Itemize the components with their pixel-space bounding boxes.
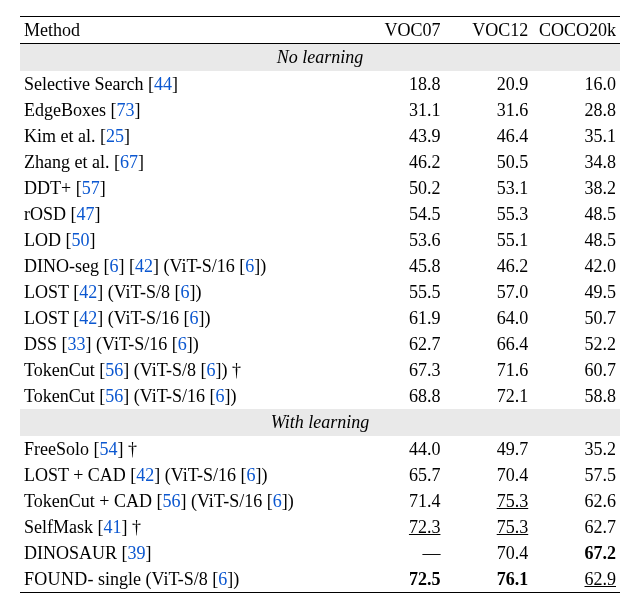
table-row: Selective Search [44]18.820.916.0 [20, 71, 620, 97]
value-cell: 54.5 [357, 201, 445, 227]
value-cell: 50.7 [532, 305, 620, 331]
table-row: Kim et al. [25]43.946.435.1 [20, 123, 620, 149]
citation-link[interactable]: 56 [105, 360, 123, 380]
citation-link[interactable]: 6 [245, 256, 254, 276]
method-cell: LOST [42] (ViT-S/8 [6]) [20, 279, 357, 305]
table-row: LOD [50]53.655.148.5 [20, 227, 620, 253]
col-voc07: VOC07 [357, 17, 445, 44]
value-cell: 70.4 [444, 540, 532, 566]
citation-link[interactable]: 44 [154, 74, 172, 94]
method-cell: DINO-seg [6] [42] (ViT-S/16 [6]) [20, 253, 357, 279]
method-cell: Zhang et al. [67] [20, 149, 357, 175]
table-row: LOST + CAD [42] (ViT-S/16 [6])65.770.457… [20, 462, 620, 488]
value-cell: 57.0 [444, 279, 532, 305]
method-cell: DSS [33] (ViT-S/16 [6]) [20, 331, 357, 357]
section-header: No learning [20, 44, 620, 72]
method-cell: DINOSAUR [39] [20, 540, 357, 566]
table-row: DINOSAUR [39]—70.467.2 [20, 540, 620, 566]
value-cell: 35.1 [532, 123, 620, 149]
citation-link[interactable]: 56 [162, 491, 180, 511]
value-cell: 67.3 [357, 357, 445, 383]
method-cell: LOST + CAD [42] (ViT-S/16 [6]) [20, 462, 357, 488]
citation-link[interactable]: 42 [79, 308, 97, 328]
value-cell: 49.5 [532, 279, 620, 305]
value-cell: 46.2 [357, 149, 445, 175]
section-title: With learning [20, 409, 620, 436]
value-cell: 61.9 [357, 305, 445, 331]
citation-link[interactable]: 56 [105, 386, 123, 406]
value-cell: 58.8 [532, 383, 620, 409]
value-cell: — [357, 540, 445, 566]
value-cell: 35.2 [532, 436, 620, 462]
value-cell: 55.1 [444, 227, 532, 253]
value-cell: 49.7 [444, 436, 532, 462]
col-method: Method [20, 17, 357, 44]
value-cell: 28.8 [532, 97, 620, 123]
value-cell: 71.4 [357, 488, 445, 514]
value-cell: 53.1 [444, 175, 532, 201]
table-row: Zhang et al. [67]46.250.534.8 [20, 149, 620, 175]
value-cell: 67.2 [532, 540, 620, 566]
citation-link[interactable]: 25 [106, 126, 124, 146]
method-cell: EdgeBoxes [73] [20, 97, 357, 123]
table-row: EdgeBoxes [73]31.131.628.8 [20, 97, 620, 123]
value-cell: 64.0 [444, 305, 532, 331]
value-cell: 48.5 [532, 201, 620, 227]
value-cell: 53.6 [357, 227, 445, 253]
value-cell: 43.9 [357, 123, 445, 149]
value-cell: 62.7 [532, 514, 620, 540]
citation-link[interactable]: 42 [135, 256, 153, 276]
citation-link[interactable]: 47 [77, 204, 95, 224]
method-cell: DDT+ [57] [20, 175, 357, 201]
method-cell: FOUND- single (ViT-S/8 [6]) [20, 566, 357, 593]
method-cell: rOSD [47] [20, 201, 357, 227]
citation-link[interactable]: 54 [100, 439, 118, 459]
table-header-row: Method VOC07 VOC12 COCO20k [20, 17, 620, 44]
citation-link[interactable]: 42 [79, 282, 97, 302]
table-row: FreeSolo [54] †44.049.735.2 [20, 436, 620, 462]
citation-link[interactable]: 39 [128, 543, 146, 563]
citation-link[interactable]: 73 [116, 100, 134, 120]
table-row: TokenCut [56] (ViT-S/16 [6])68.872.158.8 [20, 383, 620, 409]
value-cell: 62.7 [357, 331, 445, 357]
value-cell: 72.3 [357, 514, 445, 540]
table-row: DDT+ [57]50.253.138.2 [20, 175, 620, 201]
citation-link[interactable]: 6 [247, 465, 256, 485]
value-cell: 60.7 [532, 357, 620, 383]
value-cell: 50.5 [444, 149, 532, 175]
value-cell: 50.2 [357, 175, 445, 201]
table-row: TokenCut [56] (ViT-S/8 [6]) †67.371.660.… [20, 357, 620, 383]
method-cell: TokenCut + CAD [56] (ViT-S/16 [6]) [20, 488, 357, 514]
value-cell: 72.5 [357, 566, 445, 593]
method-cell: SelfMask [41] † [20, 514, 357, 540]
table-row: LOST [42] (ViT-S/16 [6])61.964.050.7 [20, 305, 620, 331]
citation-link[interactable]: 6 [178, 334, 187, 354]
col-coco20k: COCO20k [532, 17, 620, 44]
col-voc12: VOC12 [444, 17, 532, 44]
method-cell: TokenCut [56] (ViT-S/8 [6]) † [20, 357, 357, 383]
table-row: DSS [33] (ViT-S/16 [6])62.766.452.2 [20, 331, 620, 357]
citation-link[interactable]: 33 [68, 334, 86, 354]
section-title: No learning [20, 44, 620, 72]
table-row: LOST [42] (ViT-S/8 [6])55.557.049.5 [20, 279, 620, 305]
value-cell: 68.8 [357, 383, 445, 409]
value-cell: 57.5 [532, 462, 620, 488]
value-cell: 42.0 [532, 253, 620, 279]
table-row: rOSD [47]54.555.348.5 [20, 201, 620, 227]
results-table: Method VOC07 VOC12 COCO20k No learningSe… [20, 16, 620, 593]
citation-link[interactable]: 57 [82, 178, 100, 198]
citation-link[interactable]: 6 [218, 569, 227, 589]
citation-link[interactable]: 42 [136, 465, 154, 485]
table-row: FOUND- single (ViT-S/8 [6])72.576.162.9 [20, 566, 620, 593]
value-cell: 20.9 [444, 71, 532, 97]
value-cell: 31.6 [444, 97, 532, 123]
method-cell: Kim et al. [25] [20, 123, 357, 149]
citation-link[interactable]: 41 [104, 517, 122, 537]
value-cell: 65.7 [357, 462, 445, 488]
value-cell: 75.3 [444, 488, 532, 514]
table-row: SelfMask [41] †72.375.362.7 [20, 514, 620, 540]
citation-link[interactable]: 50 [72, 230, 90, 250]
citation-link[interactable]: 6 [273, 491, 282, 511]
value-cell: 55.3 [444, 201, 532, 227]
citation-link[interactable]: 67 [120, 152, 138, 172]
